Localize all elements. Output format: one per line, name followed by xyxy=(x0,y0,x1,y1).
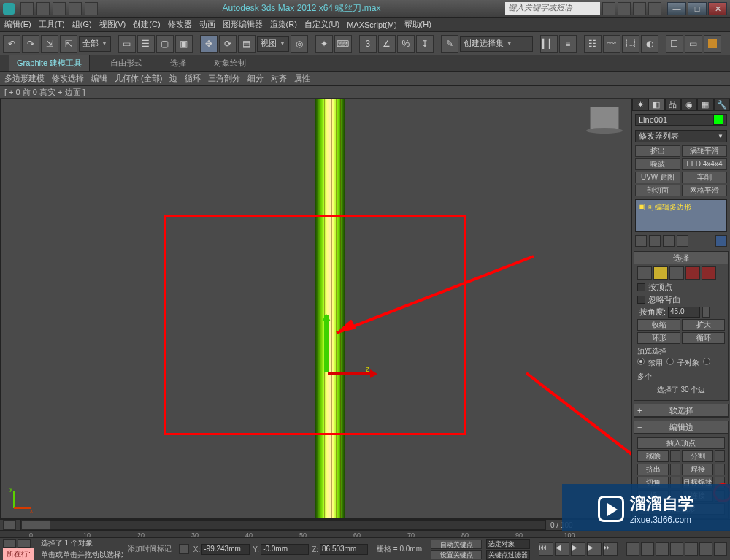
so-element-icon[interactable] xyxy=(702,266,716,280)
link-icon[interactable]: ⇲ xyxy=(41,35,58,53)
goto-end-icon[interactable]: ⏭ xyxy=(603,542,618,556)
maximize-vp-icon[interactable] xyxy=(714,542,727,556)
stack-showend-icon[interactable] xyxy=(649,235,661,247)
btn-extrude[interactable]: 挤出 xyxy=(637,464,669,475)
modifier-stack[interactable]: ▣ 可编辑多边形 xyxy=(635,199,727,232)
orbit-icon[interactable] xyxy=(699,542,712,556)
mirror-icon[interactable]: ▎▏ xyxy=(540,35,558,53)
so-vertex-icon[interactable] xyxy=(637,266,652,280)
btn-grow[interactable]: 扩大 xyxy=(682,319,725,331)
redo-icon[interactable]: ↷ xyxy=(22,35,39,53)
zoom-icon[interactable] xyxy=(626,542,639,556)
gizmo-y-axis[interactable] xyxy=(324,315,328,372)
zoom-all-icon[interactable] xyxy=(641,542,654,556)
qat-new-icon[interactable] xyxy=(20,2,34,15)
angle-spinner-buttons[interactable] xyxy=(702,307,710,318)
play-icon[interactable]: ▶ xyxy=(571,542,585,556)
radio-subobj[interactable] xyxy=(666,358,674,365)
menu-animation[interactable]: 动画 xyxy=(199,19,215,30)
time-slider[interactable] xyxy=(20,520,546,530)
lock-selection-icon[interactable] xyxy=(179,544,189,554)
btn-weld-set[interactable] xyxy=(715,464,725,475)
render-icon[interactable] xyxy=(704,35,721,53)
btn-ring[interactable]: 环形 xyxy=(637,332,680,344)
ref-coord-dropdown[interactable]: 视图▼ xyxy=(257,36,289,52)
pan-icon[interactable] xyxy=(685,542,698,556)
menu-grapheditor[interactable]: 图形编辑器 xyxy=(223,19,263,30)
tab-utilities-icon[interactable]: 🔧 xyxy=(714,99,730,111)
btn-shrink[interactable]: 收缩 xyxy=(637,319,680,331)
btn-loop[interactable]: 循环 xyxy=(682,332,725,344)
mod-noise[interactable]: 噪波 xyxy=(635,158,680,170)
setkey-button[interactable]: 设置关键点 xyxy=(431,550,482,559)
stack-item-editpoly[interactable]: ▣ 可编辑多边形 xyxy=(638,203,691,211)
rg-subdiv[interactable]: 细分 xyxy=(247,73,264,84)
select-icon[interactable]: ▭ xyxy=(118,35,136,53)
rg-polymodel[interactable]: 多边形建模 xyxy=(4,73,45,84)
infocenter-help-icon[interactable] xyxy=(648,2,661,15)
material-editor-icon[interactable]: ◐ xyxy=(641,35,658,53)
render-frame-icon[interactable]: ▭ xyxy=(685,35,702,53)
x-field[interactable]: -99.243mm xyxy=(201,544,250,555)
tab-display-icon[interactable]: ▦ xyxy=(697,99,713,111)
object-name-field[interactable]: Line001 xyxy=(635,114,727,126)
mod-extrude[interactable]: 挤出 xyxy=(635,145,680,157)
key-selset-dropdown[interactable]: 选定对象 xyxy=(486,539,530,549)
prev-frame-icon[interactable]: ◀ xyxy=(555,542,569,556)
qat-redo-icon[interactable] xyxy=(85,2,98,15)
chk-byvertex[interactable] xyxy=(637,283,645,291)
qat-undo-icon[interactable] xyxy=(69,2,82,15)
menu-maxscript[interactable]: MAXScript(M) xyxy=(347,20,396,29)
object-color-swatch[interactable] xyxy=(713,115,723,125)
mod-ffd[interactable]: FFD 4x4x4 xyxy=(682,158,727,170)
ribbon-tab-selection[interactable]: 选择 xyxy=(163,55,193,71)
spinner-snap-icon[interactable]: ↧ xyxy=(416,35,434,53)
time-slider-thumb[interactable] xyxy=(21,520,50,530)
btn-split-set[interactable] xyxy=(715,450,725,462)
qat-save-icon[interactable] xyxy=(53,2,66,15)
tab-motion-icon[interactable]: ◉ xyxy=(681,99,697,111)
chk-ignoreback[interactable] xyxy=(637,296,645,304)
minimize-button[interactable]: — xyxy=(667,2,686,15)
menu-help[interactable]: 帮助(H) xyxy=(404,19,431,30)
so-polygon-icon[interactable] xyxy=(685,266,700,280)
menu-views[interactable]: 视图(V) xyxy=(99,19,126,30)
infocenter-signin-icon[interactable] xyxy=(633,2,646,15)
mod-slice[interactable]: 剖切面 xyxy=(635,185,680,196)
so-edge-icon[interactable] xyxy=(653,266,668,280)
viewcube-icon[interactable] xyxy=(590,107,619,130)
radio-off[interactable] xyxy=(637,358,645,365)
btn-remove[interactable]: 移除 xyxy=(637,450,669,462)
rollout-softsel-header[interactable]: +软选择 xyxy=(634,404,728,417)
qat-open-icon[interactable] xyxy=(36,2,50,15)
align-icon[interactable]: ≡ xyxy=(559,35,577,53)
stack-pin-icon[interactable] xyxy=(635,235,647,247)
snap-icon[interactable]: 3 xyxy=(359,35,377,53)
select-manip-icon[interactable]: ✦ xyxy=(315,35,333,53)
menu-customize[interactable]: 自定义(U) xyxy=(304,19,339,30)
keyboard-shortcut-icon[interactable]: ⌨ xyxy=(334,35,352,53)
help-search-input[interactable]: 键入关键字或短语 xyxy=(505,2,600,15)
zoom-extents-icon[interactable] xyxy=(656,542,669,556)
menu-group[interactable]: 组(G) xyxy=(72,19,92,30)
y-field[interactable]: -0.0mm xyxy=(261,544,309,555)
rollout-selection-header[interactable]: −选择 xyxy=(634,252,728,264)
ribbon-tab-graphite[interactable]: Graphite 建模工具 xyxy=(9,55,90,71)
z-field[interactable]: 86.503mm xyxy=(320,544,368,555)
rg-edit[interactable]: 编辑 xyxy=(91,73,107,84)
stack-configure-icon[interactable] xyxy=(715,235,727,247)
rg-tri[interactable]: 三角剖分 xyxy=(208,73,240,84)
so-border-icon[interactable] xyxy=(669,266,684,280)
select-name-icon[interactable]: ☰ xyxy=(137,35,155,53)
key-filter-dropdown[interactable]: 关键点过滤器 xyxy=(486,550,530,560)
autokey-button[interactable]: 自动关键点 xyxy=(431,540,482,549)
pivot-icon[interactable]: ◎ xyxy=(291,35,308,53)
script-mini-icon[interactable] xyxy=(3,539,16,548)
app-icon[interactable] xyxy=(3,3,15,15)
menu-create[interactable]: 创建(C) xyxy=(133,19,160,30)
ribbon-tab-objectpaint[interactable]: 对象绘制 xyxy=(207,55,253,71)
infocenter-star-icon[interactable] xyxy=(618,2,631,15)
rg-modifysel[interactable]: 修改选择 xyxy=(52,73,84,84)
window-crossing-icon[interactable]: ▣ xyxy=(175,35,193,53)
stack-makeunique-icon[interactable] xyxy=(663,235,675,247)
